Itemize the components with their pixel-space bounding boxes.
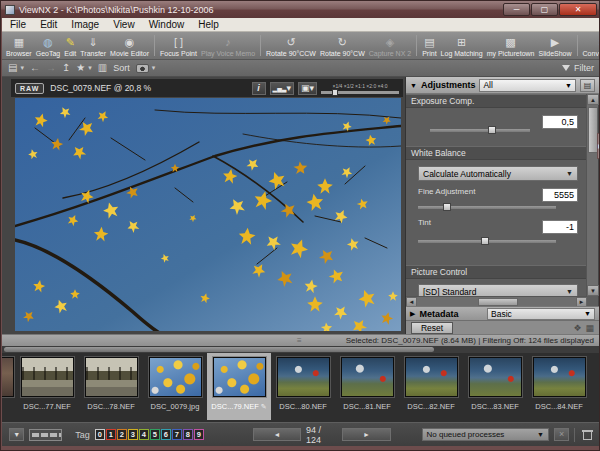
thumbnail-image[interactable] [149,357,202,397]
picture-control-dropdown[interactable]: [SD] Standard ▼ [418,284,578,296]
copy-icon[interactable]: ▥ [98,62,107,74]
thumbnail-size-selector[interactable] [29,429,62,441]
rotate-cw-button[interactable]: ↻ Rotate 90°CW [318,33,367,58]
copy-adjustments-icon[interactable]: ❖ [573,323,581,333]
favorites-dropdown-icon[interactable]: ▾ [88,64,92,72]
filmstrip-thumbnail[interactable]: DSC_0079.jpg [143,353,207,420]
delete-button[interactable] [582,429,593,440]
tint-value[interactable]: -1 [542,220,578,234]
menu-help[interactable]: Help [198,19,219,30]
splitter-grip[interactable]: ≡ [297,337,302,345]
fine-adjustment-slider[interactable] [418,206,556,209]
filmstrip-thumbnail[interactable]: DSC...77.NEF [15,353,79,420]
fit-view-button[interactable]: ▣▾ [298,82,317,95]
exposure-value[interactable]: 0,5 [542,115,578,129]
metadata-dropdown[interactable]: Basic ▼ [487,308,595,320]
thumbnail-image[interactable] [213,357,266,397]
filmstrip-thumbnail[interactable]: DSC...82.NEF [399,353,463,420]
rotate-ccw-button[interactable]: ↺ Rotate 90°CCW [264,33,318,58]
tag-button-9[interactable]: 9 [194,429,204,440]
thumbnail-image[interactable] [341,357,394,397]
adjustments-vertical-scrollbar[interactable]: ▲ ▼ [586,94,598,296]
view-mode-icon[interactable]: ▤ [8,62,17,74]
tag-button-0[interactable]: 0 [95,429,105,440]
fine-adjustment-slider-thumb[interactable] [443,203,451,211]
next-image-button[interactable]: ► [342,428,390,441]
thumbnail-image[interactable] [533,357,586,397]
maximize-button[interactable]: ▢ [531,3,558,16]
filmstrip-thumbnail[interactable]: DSC...80.NEF [271,353,335,420]
camera-icon[interactable] [136,64,149,73]
menu-view[interactable]: View [113,19,135,30]
filmstrip-thumbnail[interactable]: DSC...81.NEF [335,353,399,420]
menu-edit[interactable]: Edit [40,19,57,30]
tag-button-8[interactable]: 8 [183,429,193,440]
zoom-slider-thumb[interactable] [332,89,338,96]
favorites-icon[interactable]: ★ [76,62,85,74]
white-balance-dropdown[interactable]: Calculate Automatically ▼ [418,166,578,181]
expand-metadata-icon[interactable]: ▶ [410,310,415,318]
geotag-button[interactable]: ◍ GeoTag [34,33,63,58]
thumbnail-image[interactable] [21,357,74,397]
movie-editor-button[interactable]: ◉ Movie Editor [108,33,151,58]
save-adjustments-icon[interactable]: ▦ [585,323,594,333]
menu-file[interactable]: File [10,19,26,30]
browser-button[interactable]: ▦ Browser [4,33,34,58]
horizontal-scrollbar-thumb[interactable] [478,298,518,306]
exposure-slider-thumb[interactable] [488,126,496,134]
tag-button-5[interactable]: 5 [150,429,160,440]
menu-window[interactable]: Window [149,19,185,30]
info-button[interactable]: i [252,82,266,95]
goto-folder-icon[interactable]: ↥ [62,62,70,74]
tint-slider-thumb[interactable] [481,237,489,245]
thumbnail-image[interactable] [405,357,458,397]
camera-dropdown-icon[interactable]: ▾ [152,64,156,72]
thumbnail-image[interactable] [85,357,138,397]
sort-label[interactable]: Sort [113,63,130,73]
slideshow-button[interactable]: ▶ SlideShow [536,33,573,58]
tint-slider[interactable] [418,240,556,243]
tag-button-3[interactable]: 3 [128,429,138,440]
prev-image-button[interactable]: ◄ [253,428,301,441]
tag-button-6[interactable]: 6 [161,429,171,440]
filmstrip-thumbnail[interactable]: DSC...78.NEF [79,353,143,420]
filmstrip-scrollbar[interactable] [2,346,600,353]
filmstrip-scrollbar-thumb[interactable] [4,347,434,352]
tag-button-1[interactable]: 1 [106,429,116,440]
my-picturetown-button[interactable]: ▩ my Picturetown [485,33,537,58]
adjustments-scope-dropdown[interactable]: All ▼ [479,79,576,92]
minimize-button[interactable]: ─ [503,3,530,16]
menu-image[interactable]: Image [71,19,99,30]
view-mode-dropdown-icon[interactable]: ▾ [20,64,24,72]
collapse-adjustments-icon[interactable]: ▼ [410,82,417,89]
tag-button-4[interactable]: 4 [139,429,149,440]
title-bar[interactable]: ViewNX 2 - K:\Photos\Nikita\Pushkin 12-1… [1,1,600,18]
histogram-button[interactable]: ▂▅▃▾ [270,82,294,95]
reset-button[interactable]: Reset [411,322,453,334]
filter-button[interactable]: Filter [562,63,594,73]
queue-status-dropdown[interactable]: No queued processes ▼ [422,428,549,441]
exposure-slider[interactable] [430,129,530,132]
fine-adjustment-value[interactable]: 5555 [542,188,578,202]
filmstrip-thumbnail-selected[interactable]: DSC...79.NEF✎ [207,353,271,420]
thumbnail-image[interactable] [469,357,522,397]
metadata-header[interactable]: ▶ Metadata Basic ▼ [406,306,599,320]
close-button[interactable]: ✕ [559,3,597,16]
thumbnail-image[interactable] [277,357,330,397]
scroll-up-icon[interactable]: ▲ [587,94,599,105]
convert-files-button[interactable]: ⇄ Convert Files [581,33,600,58]
log-matching-button[interactable]: ⊞ Log Matching [439,33,485,58]
adjustments-header[interactable]: ▼ Adjustments All ▼ ▤ [406,77,599,94]
adjustments-menu-icon[interactable]: ▤ [580,79,595,92]
print-button[interactable]: ▤ Print [420,33,438,58]
filmstrip-thumbnail-partial[interactable] [2,353,15,420]
tag-button-7[interactable]: 7 [172,429,182,440]
scroll-down-icon[interactable]: ▼ [587,285,599,296]
back-icon[interactable]: ← [30,62,40,74]
transfer-button[interactable]: ⇓ Transfer [78,33,108,58]
edit-button[interactable]: ✎ Edit [62,33,78,58]
zoom-control[interactable]: ×1/4 ×1/2 ×1:1 ×2:0 ×4:0 [321,83,399,94]
filmstrip-thumbnail[interactable]: DSC...84.NEF [527,353,591,420]
collapse-filmstrip-button[interactable]: ▼ [9,428,24,441]
zoom-slider[interactable] [321,91,399,94]
